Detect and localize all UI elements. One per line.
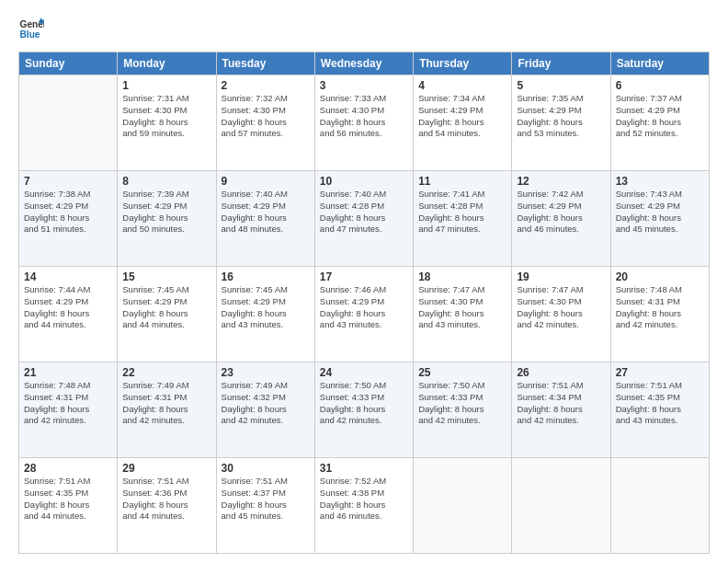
- day-info: Sunrise: 7:48 AM Sunset: 4:31 PM Dayligh…: [24, 380, 112, 427]
- day-number: 26: [517, 366, 605, 379]
- day-info: Sunrise: 7:34 AM Sunset: 4:29 PM Dayligh…: [418, 93, 506, 140]
- day-info: Sunrise: 7:35 AM Sunset: 4:29 PM Dayligh…: [517, 93, 605, 140]
- weekday-header-saturday: Saturday: [610, 52, 709, 75]
- day-info: Sunrise: 7:49 AM Sunset: 4:31 PM Dayligh…: [122, 380, 210, 427]
- day-number: 7: [24, 175, 112, 188]
- calendar-cell: 25Sunrise: 7:50 AM Sunset: 4:33 PM Dayli…: [414, 362, 512, 458]
- calendar-cell: 13Sunrise: 7:43 AM Sunset: 4:29 PM Dayli…: [610, 171, 709, 267]
- day-number: 31: [320, 462, 408, 475]
- week-row-3: 14Sunrise: 7:44 AM Sunset: 4:29 PM Dayli…: [19, 267, 710, 362]
- calendar-cell: 3Sunrise: 7:33 AM Sunset: 4:30 PM Daylig…: [314, 75, 413, 171]
- day-number: 1: [122, 79, 210, 92]
- calendar-cell: 7Sunrise: 7:38 AM Sunset: 4:29 PM Daylig…: [19, 171, 118, 267]
- day-number: 21: [24, 366, 112, 379]
- page-header: General Blue: [18, 17, 710, 42]
- day-info: Sunrise: 7:37 AM Sunset: 4:29 PM Dayligh…: [616, 93, 704, 140]
- calendar-cell: 14Sunrise: 7:44 AM Sunset: 4:29 PM Dayli…: [19, 267, 118, 362]
- weekday-header-row: SundayMondayTuesdayWednesdayThursdayFrid…: [19, 52, 710, 75]
- day-number: 17: [320, 270, 408, 283]
- calendar-cell: 26Sunrise: 7:51 AM Sunset: 4:34 PM Dayli…: [512, 362, 610, 458]
- weekday-header-tuesday: Tuesday: [216, 52, 314, 75]
- day-number: 25: [418, 366, 506, 379]
- day-number: 18: [418, 270, 506, 283]
- calendar-cell: 21Sunrise: 7:48 AM Sunset: 4:31 PM Dayli…: [19, 362, 118, 458]
- calendar-cell: 15Sunrise: 7:45 AM Sunset: 4:29 PM Dayli…: [118, 267, 216, 362]
- day-number: 2: [222, 79, 310, 92]
- calendar-cell: 20Sunrise: 7:48 AM Sunset: 4:31 PM Dayli…: [610, 267, 709, 362]
- day-info: Sunrise: 7:50 AM Sunset: 4:33 PM Dayligh…: [418, 380, 506, 427]
- day-info: Sunrise: 7:47 AM Sunset: 4:30 PM Dayligh…: [517, 284, 605, 331]
- day-info: Sunrise: 7:40 AM Sunset: 4:28 PM Dayligh…: [320, 189, 408, 236]
- day-number: 22: [122, 366, 210, 379]
- day-number: 29: [122, 462, 210, 475]
- calendar-cell: 9Sunrise: 7:40 AM Sunset: 4:29 PM Daylig…: [216, 171, 314, 267]
- calendar-cell: 4Sunrise: 7:34 AM Sunset: 4:29 PM Daylig…: [414, 75, 512, 171]
- day-info: Sunrise: 7:32 AM Sunset: 4:30 PM Dayligh…: [222, 93, 310, 140]
- svg-text:Blue: Blue: [20, 29, 40, 40]
- calendar-cell: 16Sunrise: 7:45 AM Sunset: 4:29 PM Dayli…: [216, 267, 314, 362]
- logo-icon: General Blue: [18, 17, 44, 42]
- calendar-cell: 31Sunrise: 7:52 AM Sunset: 4:38 PM Dayli…: [314, 458, 413, 554]
- calendar-cell: 1Sunrise: 7:31 AM Sunset: 4:30 PM Daylig…: [118, 75, 216, 171]
- day-info: Sunrise: 7:51 AM Sunset: 4:35 PM Dayligh…: [616, 380, 704, 427]
- calendar-cell: 29Sunrise: 7:51 AM Sunset: 4:36 PM Dayli…: [118, 458, 216, 554]
- day-info: Sunrise: 7:33 AM Sunset: 4:30 PM Dayligh…: [320, 93, 408, 140]
- day-number: 8: [122, 175, 210, 188]
- day-number: 5: [517, 79, 605, 92]
- day-number: 11: [418, 175, 506, 188]
- day-info: Sunrise: 7:44 AM Sunset: 4:29 PM Dayligh…: [24, 284, 112, 331]
- day-number: 27: [616, 366, 704, 379]
- calendar-table: SundayMondayTuesdayWednesdayThursdayFrid…: [18, 52, 710, 554]
- calendar-cell: 22Sunrise: 7:49 AM Sunset: 4:31 PM Dayli…: [118, 362, 216, 458]
- day-info: Sunrise: 7:48 AM Sunset: 4:31 PM Dayligh…: [616, 284, 704, 331]
- calendar-cell: 5Sunrise: 7:35 AM Sunset: 4:29 PM Daylig…: [512, 75, 610, 171]
- day-info: Sunrise: 7:52 AM Sunset: 4:38 PM Dayligh…: [320, 476, 408, 523]
- day-info: Sunrise: 7:51 AM Sunset: 4:36 PM Dayligh…: [122, 476, 210, 523]
- day-number: 9: [222, 175, 310, 188]
- calendar-cell: [512, 458, 610, 554]
- day-info: Sunrise: 7:49 AM Sunset: 4:32 PM Dayligh…: [222, 380, 310, 427]
- calendar-cell: 17Sunrise: 7:46 AM Sunset: 4:29 PM Dayli…: [314, 267, 413, 362]
- day-number: 15: [122, 270, 210, 283]
- day-info: Sunrise: 7:50 AM Sunset: 4:33 PM Dayligh…: [320, 380, 408, 427]
- day-info: Sunrise: 7:51 AM Sunset: 4:35 PM Dayligh…: [24, 476, 112, 523]
- calendar-cell: 12Sunrise: 7:42 AM Sunset: 4:29 PM Dayli…: [512, 171, 610, 267]
- calendar-cell: 6Sunrise: 7:37 AM Sunset: 4:29 PM Daylig…: [610, 75, 709, 171]
- day-info: Sunrise: 7:39 AM Sunset: 4:29 PM Dayligh…: [122, 189, 210, 236]
- weekday-header-wednesday: Wednesday: [314, 52, 413, 75]
- day-info: Sunrise: 7:42 AM Sunset: 4:29 PM Dayligh…: [517, 189, 605, 236]
- calendar-cell: 23Sunrise: 7:49 AM Sunset: 4:32 PM Dayli…: [216, 362, 314, 458]
- day-number: 20: [616, 270, 704, 283]
- calendar-cell: 10Sunrise: 7:40 AM Sunset: 4:28 PM Dayli…: [314, 171, 413, 267]
- day-number: 6: [616, 79, 704, 92]
- calendar-cell: [19, 75, 118, 171]
- week-row-2: 7Sunrise: 7:38 AM Sunset: 4:29 PM Daylig…: [19, 171, 710, 267]
- weekday-header-monday: Monday: [118, 52, 216, 75]
- day-info: Sunrise: 7:31 AM Sunset: 4:30 PM Dayligh…: [122, 93, 210, 140]
- day-number: 23: [222, 366, 310, 379]
- calendar-cell: 8Sunrise: 7:39 AM Sunset: 4:29 PM Daylig…: [118, 171, 216, 267]
- weekday-header-sunday: Sunday: [19, 52, 118, 75]
- week-row-5: 28Sunrise: 7:51 AM Sunset: 4:35 PM Dayli…: [19, 458, 710, 554]
- day-number: 3: [320, 79, 408, 92]
- calendar-cell: [610, 458, 709, 554]
- weekday-header-thursday: Thursday: [414, 52, 512, 75]
- calendar-cell: 18Sunrise: 7:47 AM Sunset: 4:30 PM Dayli…: [414, 267, 512, 362]
- day-number: 14: [24, 270, 112, 283]
- day-number: 24: [320, 366, 408, 379]
- weekday-header-friday: Friday: [512, 52, 610, 75]
- day-number: 12: [517, 175, 605, 188]
- day-info: Sunrise: 7:46 AM Sunset: 4:29 PM Dayligh…: [320, 284, 408, 331]
- calendar-cell: 24Sunrise: 7:50 AM Sunset: 4:33 PM Dayli…: [314, 362, 413, 458]
- day-number: 10: [320, 175, 408, 188]
- week-row-1: 1Sunrise: 7:31 AM Sunset: 4:30 PM Daylig…: [19, 75, 710, 171]
- day-number: 19: [517, 270, 605, 283]
- day-info: Sunrise: 7:45 AM Sunset: 4:29 PM Dayligh…: [222, 284, 310, 331]
- day-info: Sunrise: 7:51 AM Sunset: 4:37 PM Dayligh…: [222, 476, 310, 523]
- day-number: 16: [222, 270, 310, 283]
- day-info: Sunrise: 7:43 AM Sunset: 4:29 PM Dayligh…: [616, 189, 704, 236]
- day-number: 4: [418, 79, 506, 92]
- week-row-4: 21Sunrise: 7:48 AM Sunset: 4:31 PM Dayli…: [19, 362, 710, 458]
- day-info: Sunrise: 7:38 AM Sunset: 4:29 PM Dayligh…: [24, 189, 112, 236]
- day-info: Sunrise: 7:40 AM Sunset: 4:29 PM Dayligh…: [222, 189, 310, 236]
